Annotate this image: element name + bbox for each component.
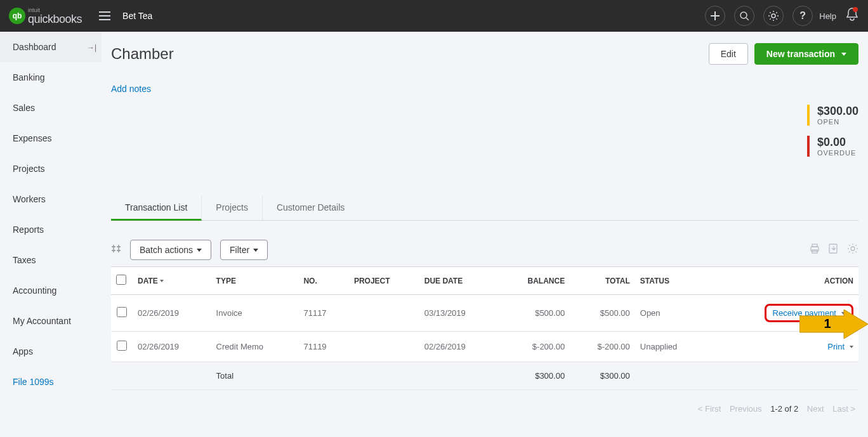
add-notes-link[interactable]: Add notes [111, 84, 151, 94]
summary-open: $300.00 OPEN [807, 105, 858, 126]
sidebar-item-label: Workers [13, 194, 46, 204]
sidebar-item-projects[interactable]: Projects [0, 153, 102, 184]
notification-dot [853, 7, 858, 12]
svg-rect-7 [812, 244, 817, 247]
export-icon[interactable] [828, 243, 839, 257]
total-total: $300.00 [570, 362, 635, 390]
sidebar-item-dashboard[interactable]: Dashboard →| [0, 32, 102, 62]
print-action[interactable]: Print [827, 342, 853, 351]
pager-first[interactable]: < First [698, 404, 721, 414]
pager-next[interactable]: Next [807, 404, 824, 414]
sidebar-item-label: Banking [13, 72, 45, 82]
sidebar-item-label: Dashboard [13, 42, 56, 52]
batch-actions-dropdown[interactable]: Batch actions [130, 240, 211, 260]
svg-point-10 [851, 247, 855, 251]
filter-label: Filter [230, 245, 249, 255]
cell-project [349, 295, 419, 332]
chevron-down-icon [850, 346, 853, 348]
col-total[interactable]: TOTAL [570, 267, 635, 295]
table-row[interactable]: 02/26/2019 Invoice 71117 03/13/2019 $500… [111, 295, 858, 332]
receive-payment-action[interactable]: Receive payment [773, 308, 845, 318]
tab-transaction-list[interactable]: Transaction List [111, 196, 202, 221]
sidebar-item-label: Reports [13, 225, 44, 235]
summary-open-label: OPEN [817, 118, 858, 126]
pager-range: 1-2 of 2 [770, 404, 798, 414]
tab-projects[interactable]: Projects [202, 196, 263, 220]
col-action[interactable]: ACTION [707, 267, 858, 295]
summary-overdue: $0.00 OVERDUE [807, 136, 858, 157]
cell-due: 02/26/2019 [419, 332, 498, 362]
cell-no: 71119 [298, 332, 349, 362]
search-icon[interactable] [734, 6, 754, 26]
col-status[interactable]: STATUS [635, 267, 707, 295]
help-label[interactable]: Help [819, 11, 836, 21]
chevron-down-icon [841, 53, 846, 56]
sidebar-item-label: File 1099s [13, 377, 54, 387]
filter-dropdown[interactable]: Filter [220, 240, 268, 260]
svg-point-3 [740, 12, 747, 18]
plus-icon[interactable] [705, 6, 725, 26]
print-icon[interactable] [809, 243, 820, 257]
summary-open-amount: $300.00 [817, 105, 858, 118]
cell-project [349, 332, 419, 362]
columns-icon[interactable] [111, 244, 121, 256]
notification-bell-icon[interactable] [845, 7, 859, 25]
sidebar-item-label: Accounting [13, 285, 56, 296]
col-type[interactable]: TYPE [211, 267, 299, 295]
help-icon[interactable]: ? [792, 6, 813, 26]
brand-logo: qb intuit quickbooks [9, 8, 82, 25]
sidebar-item-reports[interactable]: Reports [0, 214, 102, 245]
chevron-down-icon [253, 249, 258, 252]
sidebar: Dashboard →| Banking Sales Expenses Proj… [0, 32, 102, 437]
action-label: Receive payment [773, 308, 836, 318]
cell-type: Invoice [211, 295, 299, 332]
chevron-down-icon [197, 249, 202, 252]
edit-button[interactable]: Edit [709, 43, 748, 65]
sidebar-item-taxes[interactable]: Taxes [0, 245, 102, 275]
cell-status: Unapplied [635, 332, 707, 362]
tab-customer-details[interactable]: Customer Details [263, 196, 358, 220]
table-row[interactable]: 02/26/2019 Credit Memo 71119 02/26/2019 … [111, 332, 858, 362]
sidebar-item-label: Sales [13, 103, 35, 113]
sidebar-item-file1099s[interactable]: File 1099s [0, 367, 102, 397]
transaction-table: DATE TYPE NO. PROJECT DUE DATE BALANCE T… [111, 266, 858, 390]
sidebar-item-expenses[interactable]: Expenses [0, 123, 102, 153]
sidebar-collapse-icon[interactable]: →| [87, 43, 96, 52]
table-total-row: Total $300.00 $300.00 [111, 362, 858, 390]
col-no[interactable]: NO. [298, 267, 349, 295]
select-all-checkbox[interactable] [116, 275, 126, 285]
total-label: Total [211, 362, 299, 390]
pagination: < First Previous 1-2 of 2 Next Last > [111, 404, 858, 414]
cell-type: Credit Memo [211, 332, 299, 362]
chevron-down-icon [841, 312, 845, 315]
summary-overdue-label: OVERDUE [817, 149, 858, 157]
row-checkbox[interactable] [117, 341, 127, 351]
col-date[interactable]: DATE [133, 267, 211, 295]
svg-line-4 [746, 18, 749, 20]
sidebar-item-apps[interactable]: Apps [0, 336, 102, 367]
col-project[interactable]: PROJECT [349, 267, 419, 295]
hamburger-icon[interactable] [97, 8, 112, 23]
row-checkbox[interactable] [117, 307, 127, 317]
sidebar-item-workers[interactable]: Workers [0, 184, 102, 214]
sidebar-item-accounting[interactable]: Accounting [0, 275, 102, 306]
svg-point-5 [772, 14, 775, 18]
sidebar-item-myaccountant[interactable]: My Accountant [0, 306, 102, 336]
cell-due: 03/13/2019 [419, 295, 498, 332]
cell-date: 02/26/2019 [133, 295, 211, 332]
sidebar-item-sales[interactable]: Sales [0, 93, 102, 123]
sidebar-item-label: Projects [13, 164, 45, 174]
col-due[interactable]: DUE DATE [419, 267, 498, 295]
svg-rect-9 [829, 244, 837, 253]
col-balance[interactable]: BALANCE [497, 267, 570, 295]
cell-total: $500.00 [570, 295, 635, 332]
company-name[interactable]: Bet Tea [122, 11, 152, 21]
sidebar-item-banking[interactable]: Banking [0, 62, 102, 93]
gear-icon[interactable] [763, 6, 784, 26]
pager-last[interactable]: Last > [832, 404, 855, 414]
sidebar-item-label: My Accountant [13, 316, 71, 326]
new-transaction-button[interactable]: New transaction [754, 43, 858, 65]
cell-total: $-200.00 [570, 332, 635, 362]
pager-prev[interactable]: Previous [730, 404, 762, 414]
settings-icon[interactable] [847, 243, 858, 257]
